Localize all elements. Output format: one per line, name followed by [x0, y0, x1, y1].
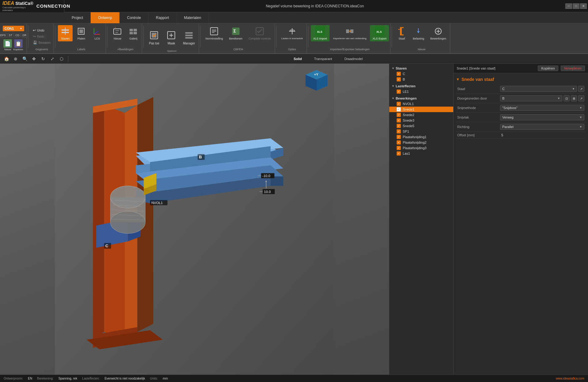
tree-item-plaatafsnijding3[interactable]: ✓ Plaatafsnijding3 [389, 145, 453, 151]
nieuw-afbeelding-button[interactable]: + Nieuw [110, 25, 125, 41]
check-snede2: ✓ [397, 113, 401, 117]
st-button[interactable]: ST [8, 33, 14, 37]
close-button[interactable]: ✕ [580, 3, 587, 9]
logo-idea: IDEA [2, 1, 14, 6]
xls-import-button[interactable]: XLS XLS Import [311, 25, 330, 41]
check-plaat1: ✓ [397, 135, 401, 139]
tree-item-plaatafsnijding1[interactable]: ✓ Plaatafsnijding1 [389, 134, 453, 140]
staaf-button[interactable]: Staaf [394, 25, 409, 41]
galerij-button[interactable]: Galerij [126, 25, 141, 41]
svg-marker-49 [93, 105, 104, 340]
zoom-extents-button[interactable]: ⊕ [12, 55, 20, 63]
complete-controle-button[interactable]: Complete controle [246, 25, 273, 41]
svg-text:+: + [115, 27, 116, 29]
statusbar-lasteffecten-value: Evenwicht is niet noodzakelijk [104, 377, 145, 380]
check-las1: ✓ [397, 151, 401, 156]
tree-item-las1[interactable]: ✓ Las1 [389, 151, 453, 156]
tab-ontwerp[interactable]: Ontwerp [91, 12, 119, 23]
tree-item-snede3[interactable]: ✓ Snede3 [389, 118, 453, 123]
tree-item-snede5[interactable]: ✓ Snede5 [389, 123, 453, 129]
tree-item-nvol1[interactable]: ✓ NVOL1 [389, 101, 453, 107]
statusbar-units-value: mm [163, 377, 168, 380]
svg-rect-21 [185, 32, 193, 34]
lasten-evenwicht-button[interactable]: Lasten in evenwicht [279, 25, 305, 41]
svg-rect-12 [130, 29, 133, 31]
prop-staaf-select[interactable]: C ▼ [500, 86, 577, 92]
viewport-3d[interactable]: B C NVOL1 -10.0 10.0 [0, 64, 389, 375]
eps-button[interactable]: EPS [0, 33, 7, 37]
rotate-button[interactable]: ↻ [39, 55, 47, 63]
tree-bewerkingen-header[interactable]: ▼ Bewerkingen [389, 96, 453, 101]
svg-text:10.0: 10.0 [264, 190, 271, 194]
prop-doorgesneden-select[interactable]: B ▼ [500, 95, 562, 101]
check-plaat2: ✓ [397, 140, 401, 145]
undo-button[interactable]: ↩ Undo [31, 28, 46, 33]
bewaren-button[interactable]: 💾 Bewaren [31, 40, 52, 45]
view-mode-transparent[interactable]: Transparant [311, 56, 335, 61]
importeren-verbinding-button[interactable]: Importeren van een verbinding [331, 25, 369, 41]
cd-button[interactable]: CD [14, 33, 21, 37]
svg-text:B: B [199, 155, 202, 159]
check-plaat3: ✓ [397, 146, 401, 150]
fit-button[interactable]: ⤢ [48, 55, 56, 63]
tab-rapport[interactable]: Rapport [149, 12, 177, 23]
tree-item-sp1[interactable]: ✓ SP1 [389, 129, 453, 134]
prop-snijvlak-select[interactable]: Verweg ▼ [500, 114, 584, 120]
tree-item-b[interactable]: ✓ B [389, 77, 453, 82]
section-arrow-icon[interactable]: ▼ [456, 77, 460, 81]
tree-item-le1[interactable]: ✓ LE1 [389, 89, 453, 94]
svg-text:NVOL1: NVOL1 [151, 201, 163, 205]
redo-button[interactable]: ↪ Redo [31, 34, 46, 39]
prop-pick-icon[interactable]: ↗ [578, 95, 584, 101]
lcs-button[interactable]: LCS [90, 25, 104, 41]
statusbar-units-label: Units: [150, 377, 158, 380]
tree-item-c[interactable]: ✓ C [389, 71, 453, 77]
kopieren-button[interactable]: 📋 Kopiëren [13, 39, 23, 51]
berekenen-button[interactable]: Σ Berekenen [227, 25, 245, 41]
zoom-button[interactable]: 🔍 [21, 55, 29, 63]
norminstelling-button[interactable]: Norminstelling [203, 25, 225, 41]
bewerkingen-arrow-icon: ▼ [392, 97, 394, 100]
maximize-button[interactable]: □ [573, 3, 579, 9]
prop-section-icon2[interactable]: ⊞ [571, 95, 577, 101]
nieuw-button[interactable]: 📄 Nieuw [3, 39, 12, 51]
svg-rect-39 [400, 28, 402, 35]
tab-controle[interactable]: Controle [120, 12, 149, 23]
check-c: ✓ [397, 72, 401, 76]
prop-label-staaf: Staaf [457, 87, 500, 91]
view-mode-draadmodel[interactable]: Draadmodel [341, 56, 366, 61]
props-delete-button[interactable]: Verwijderen [561, 66, 585, 71]
statusbar-berekening-value: Spanning, rek [58, 377, 77, 380]
prop-staaf-pick-icon[interactable]: ↗ [578, 86, 584, 92]
belasting-button[interactable]: Belasting [410, 25, 427, 41]
dr-button[interactable]: DR [21, 33, 28, 37]
svg-line-7 [94, 31, 98, 34]
prop-snijmethode-select[interactable]: "Snijdoos" ▼ [500, 105, 584, 111]
prop-section-icon1[interactable]: ⊡ [564, 95, 570, 101]
tree-item-snede1[interactable]: ✓ Snede1 ▶ [389, 107, 453, 112]
staven-button[interactable]: Staven [58, 25, 73, 41]
tab-materialen[interactable]: Materialen [177, 12, 209, 23]
maak-button[interactable]: Maak [163, 25, 179, 50]
svg-text:Σ: Σ [233, 28, 236, 33]
pan-button[interactable]: ✥ [30, 55, 38, 63]
xls-export-button[interactable]: XLS XLS Export [370, 25, 389, 41]
bewerkingen-button[interactable]: Bewerkingen [428, 25, 449, 41]
tree-staven-header[interactable]: ▼ Staven [389, 66, 453, 71]
prop-richting-select[interactable]: Parallel ▼ [500, 124, 584, 130]
tab-project[interactable]: Project [64, 12, 91, 23]
tree-lasteffecten-header[interactable]: ▼ Lasteffecten [389, 83, 453, 89]
prop-label-offset: Offset [mm] [457, 133, 500, 137]
check-sp1: ✓ [397, 129, 401, 134]
props-copy-button[interactable]: Kopiëren [538, 66, 558, 71]
con1-dropdown[interactable]: CON1 ▼ [3, 26, 24, 31]
home-view-button[interactable]: 🏠 [2, 55, 10, 63]
tree-item-snede2[interactable]: ✓ Snede2 [389, 112, 453, 118]
platen-button[interactable]: Platen [74, 25, 89, 41]
manager-button[interactable]: Manager [180, 25, 197, 50]
view-extra-button[interactable]: ⬡ [58, 55, 66, 63]
minimize-button[interactable]: ─ [565, 3, 572, 9]
tree-item-plaatafsnijding2[interactable]: ✓ Plaatafsnijding2 [389, 140, 453, 145]
pas-toe-button[interactable]: Pas toe [146, 25, 162, 50]
view-mode-solid[interactable]: Solid [291, 56, 305, 61]
